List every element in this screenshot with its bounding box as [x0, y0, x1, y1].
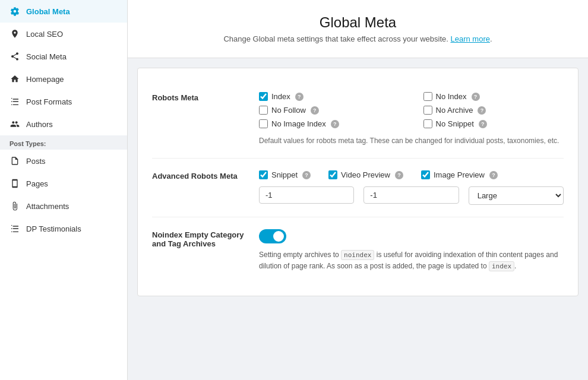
clip-icon — [10, 201, 20, 211]
sidebar-item-authors[interactable]: Authors — [0, 113, 127, 135]
robots-meta-content: Index ? No Index ? No Follow — [259, 92, 564, 146]
checkbox-snippet-input[interactable] — [259, 170, 268, 179]
checkbox-image-preview-label: Image Preview — [434, 170, 485, 179]
sidebar-label-dp-testimonials: DP Testimonials — [26, 224, 81, 233]
content-area: Robots Meta Index ? No Index — [128, 68, 588, 296]
checkbox-index-input[interactable] — [259, 92, 268, 101]
help-video-preview-icon[interactable]: ? — [395, 171, 403, 179]
robots-meta-label: Robots Meta — [152, 92, 259, 102]
post-types-divider: Post Types: — [0, 135, 127, 150]
video-preview-input[interactable] — [363, 186, 459, 204]
advanced-checkboxes: Snippet ? Video Preview ? Image Prev — [259, 170, 564, 179]
sidebar: Global Meta Local SEO Social Meta Homepa… — [0, 0, 128, 380]
checkbox-no-archive: No Archive ? — [423, 106, 564, 115]
robots-help-text: Default values for robots meta tag. Thes… — [259, 135, 564, 146]
noindex-content: Setting empty archives to noindex is use… — [259, 229, 564, 272]
noindex-code1: noindex — [341, 250, 374, 260]
noindex-label: Noindex Empty Category and Tag Archives — [152, 229, 259, 248]
help-snippet-icon[interactable]: ? — [302, 171, 311, 179]
sidebar-label-global-meta: Global Meta — [26, 7, 70, 16]
sidebar-label-post-formats: Post Formats — [26, 97, 72, 106]
checkbox-image-preview-input[interactable] — [421, 170, 430, 179]
learn-more-link[interactable]: Learn more — [450, 34, 489, 43]
advanced-robots-label: Advanced Robots Meta — [152, 170, 259, 180]
checkbox-no-follow-input[interactable] — [259, 106, 268, 115]
checkbox-no-image-index: No Image Index ? — [259, 119, 400, 128]
noindex-row: Noindex Empty Category and Tag Archives … — [152, 217, 564, 284]
sidebar-label-authors: Authors — [26, 120, 53, 129]
help-image-preview-icon[interactable]: ? — [489, 171, 498, 179]
advanced-robots-row: Advanced Robots Meta Snippet ? Video Pre… — [152, 159, 564, 217]
toggle-slider — [259, 229, 286, 243]
robots-checkbox-grid: Index ? No Index ? No Follow — [259, 92, 564, 128]
image-preview-select[interactable]: Large Standard None — [469, 186, 564, 205]
main-content: Global Meta Change Global meta settings … — [128, 0, 588, 380]
checkbox-index-label: Index — [271, 92, 290, 101]
help-no-index-icon[interactable]: ? — [472, 93, 480, 101]
sidebar-item-pages[interactable]: Pages — [0, 172, 127, 195]
snippet-input-field — [259, 186, 354, 205]
noindex-toggle[interactable] — [259, 229, 286, 243]
page-title: Global Meta — [142, 14, 574, 31]
advanced-robots-content: Snippet ? Video Preview ? Image Prev — [259, 170, 564, 205]
pin-icon — [10, 28, 20, 39]
sidebar-item-local-seo[interactable]: Local SEO — [0, 23, 127, 45]
gear-icon — [10, 6, 20, 17]
robots-meta-row: Robots Meta Index ? No Index — [152, 80, 564, 159]
help-no-follow-icon[interactable]: ? — [311, 106, 319, 115]
sidebar-label-local-seo: Local SEO — [26, 30, 63, 39]
snippet-input[interactable] — [259, 186, 354, 204]
page-subtitle: Change Global meta settings that take ef… — [142, 34, 574, 43]
advanced-inputs: Large Standard None — [259, 186, 564, 205]
checkbox-no-image-index-input[interactable] — [259, 119, 268, 128]
checkbox-video-preview-label: Video Preview — [341, 170, 390, 179]
sidebar-item-post-formats[interactable]: Post Formats — [0, 90, 127, 113]
checkbox-no-image-index-label: No Image Index — [271, 119, 326, 128]
noindex-description: Setting empty archives to noindex is use… — [259, 249, 564, 272]
page-header: Global Meta Change Global meta settings … — [128, 0, 588, 58]
checkbox-no-archive-label: No Archive — [436, 106, 473, 115]
checkbox-snippet-label: Snippet — [271, 170, 298, 179]
checkbox-no-follow-label: No Follow — [271, 106, 306, 115]
sidebar-item-global-meta[interactable]: Global Meta — [0, 0, 127, 23]
help-no-image-index-icon[interactable]: ? — [331, 120, 339, 128]
sidebar-item-posts[interactable]: Posts — [0, 150, 127, 172]
checkbox-no-snippet-input[interactable] — [423, 119, 432, 128]
checkbox-image-preview: Image Preview ? — [421, 170, 498, 179]
help-index-icon[interactable]: ? — [295, 93, 304, 101]
sidebar-item-attachments[interactable]: Attachments — [0, 195, 127, 217]
sidebar-item-dp-testimonials[interactable]: DP Testimonials — [0, 217, 127, 240]
checkbox-no-snippet: No Snippet ? — [423, 119, 564, 128]
checkbox-no-index-label: No Index — [436, 92, 467, 101]
checkbox-snippet: Snippet ? — [259, 170, 311, 179]
sidebar-item-homepage[interactable]: Homepage — [0, 68, 127, 90]
mobile-icon — [10, 178, 20, 189]
testimonials-icon — [10, 223, 20, 234]
home-icon — [10, 74, 20, 84]
checkbox-index: Index ? — [259, 92, 400, 101]
doc-icon — [10, 156, 20, 166]
help-no-archive-icon[interactable]: ? — [478, 106, 486, 115]
sidebar-label-attachments: Attachments — [26, 202, 69, 211]
person-icon — [10, 119, 20, 129]
checkbox-no-archive-input[interactable] — [423, 106, 432, 115]
checkbox-video-preview-input[interactable] — [328, 170, 337, 179]
grid-icon — [10, 96, 20, 107]
sidebar-item-social-meta[interactable]: Social Meta — [0, 45, 127, 68]
sidebar-label-homepage: Homepage — [26, 75, 64, 84]
noindex-toggle-row — [259, 229, 564, 243]
sidebar-label-pages: Pages — [26, 179, 48, 188]
subtitle-text: Change Global meta settings that take ef… — [223, 34, 448, 43]
checkbox-video-preview: Video Preview ? — [328, 170, 403, 179]
checkbox-no-follow: No Follow ? — [259, 106, 400, 115]
noindex-code2: index — [489, 261, 514, 271]
settings-section: Robots Meta Index ? No Index — [137, 68, 578, 296]
sidebar-label-posts: Posts — [26, 157, 46, 166]
sidebar-label-social-meta: Social Meta — [26, 52, 67, 61]
checkbox-no-snippet-label: No Snippet — [436, 119, 474, 128]
checkbox-no-index-input[interactable] — [423, 92, 432, 101]
video-preview-input-field — [363, 186, 459, 205]
help-no-snippet-icon[interactable]: ? — [479, 120, 487, 128]
share-icon — [10, 51, 20, 62]
checkbox-no-index: No Index ? — [423, 92, 564, 101]
